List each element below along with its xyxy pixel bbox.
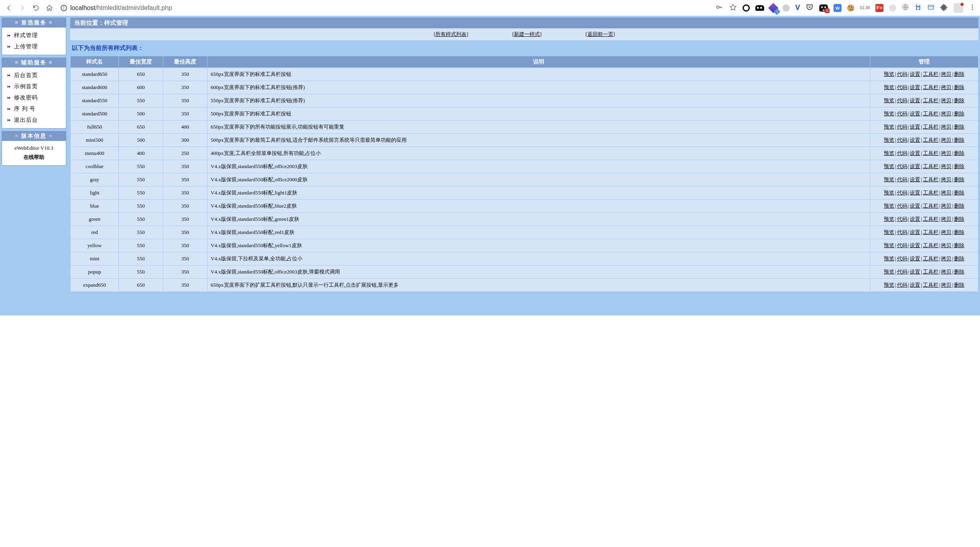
code-link[interactable]: 代码	[897, 242, 907, 248]
copy-link[interactable]: 拷贝	[941, 269, 951, 275]
code-link[interactable]: 代码	[897, 229, 907, 235]
delete-link[interactable]: 删除	[954, 163, 964, 169]
toolbar-link[interactable]: 工具栏	[923, 97, 939, 103]
preview-link[interactable]: 预览	[884, 124, 894, 130]
link-go-back[interactable]: [返回前一页]	[585, 31, 615, 38]
copy-link[interactable]: 拷贝	[941, 150, 951, 156]
delete-link[interactable]: 删除	[954, 229, 964, 235]
delete-link[interactable]: 删除	[954, 137, 964, 143]
copy-link[interactable]: 拷贝	[941, 282, 951, 288]
delete-link[interactable]: 删除	[954, 71, 964, 77]
ext-fe-icon[interactable]: F≡	[875, 4, 883, 12]
toolbar-link[interactable]: 工具栏	[923, 84, 939, 90]
settings-link[interactable]: 设置	[910, 84, 920, 90]
copy-link[interactable]: 拷贝	[941, 71, 951, 77]
copy-link[interactable]: 拷贝	[941, 229, 951, 235]
sidebar-item-demo-home[interactable]: 示例首页	[2, 81, 66, 92]
preview-link[interactable]: 预览	[884, 176, 894, 182]
sidebar-item-admin-home[interactable]: 后台首页	[2, 70, 66, 81]
delete-link[interactable]: 删除	[954, 242, 964, 248]
settings-link[interactable]: 设置	[910, 242, 920, 248]
delete-link[interactable]: 删除	[954, 124, 964, 130]
settings-link[interactable]: 设置	[910, 229, 920, 235]
address-bar[interactable]: i localhost/htmledit/admin/default.php	[61, 4, 172, 12]
copy-link[interactable]: 拷贝	[941, 256, 951, 262]
preview-link[interactable]: 预览	[884, 111, 894, 117]
preview-link[interactable]: 预览	[884, 150, 894, 156]
sidebar-item-serial[interactable]: 序 列 号	[2, 103, 66, 115]
ext-cookie-icon[interactable]	[847, 4, 854, 12]
preview-link[interactable]: 预览	[884, 163, 894, 169]
copy-link[interactable]: 拷贝	[941, 176, 951, 182]
ext-gray-icon[interactable]	[889, 4, 896, 12]
settings-link[interactable]: 设置	[910, 216, 920, 222]
code-link[interactable]: 代码	[897, 216, 907, 222]
delete-link[interactable]: 删除	[954, 84, 964, 90]
delete-link[interactable]: 删除	[954, 150, 964, 156]
copy-link[interactable]: 拷贝	[941, 190, 951, 196]
ext-faded-icon[interactable]	[782, 4, 790, 12]
settings-link[interactable]: 设置	[910, 150, 920, 156]
copy-link[interactable]: 拷贝	[941, 242, 951, 248]
toolbar-link[interactable]: 工具栏	[923, 163, 939, 169]
code-link[interactable]: 代码	[897, 190, 907, 196]
preview-link[interactable]: 预览	[884, 71, 894, 77]
code-link[interactable]: 代码	[897, 71, 907, 77]
code-link[interactable]: 代码	[897, 124, 907, 130]
code-link[interactable]: 代码	[897, 84, 907, 90]
extensions-icon[interactable]	[940, 3, 948, 13]
sidebar-item-upload-manage[interactable]: 上传管理	[2, 41, 66, 52]
settings-link[interactable]: 设置	[910, 97, 920, 103]
settings-link[interactable]: 设置	[910, 203, 920, 209]
ext-incognito-icon[interactable]	[755, 5, 764, 11]
copy-link[interactable]: 拷贝	[941, 203, 951, 209]
password-key-icon[interactable]	[715, 4, 723, 12]
toolbar-link[interactable]: 工具栏	[923, 150, 939, 156]
link-new-style[interactable]: [新建一样式]	[512, 31, 542, 38]
toolbar-link[interactable]: 工具栏	[923, 137, 939, 143]
profile-avatar-icon[interactable]	[954, 3, 963, 13]
settings-link[interactable]: 设置	[910, 111, 920, 117]
ext-dog-icon[interactable]: 3	[819, 4, 828, 12]
code-link[interactable]: 代码	[897, 176, 907, 182]
toolbar-link[interactable]: 工具栏	[923, 216, 939, 222]
ext-time-icon[interactable]: 01:38	[860, 6, 870, 10]
preview-link[interactable]: 预览	[884, 97, 894, 103]
nav-back-button[interactable]	[4, 3, 14, 13]
settings-link[interactable]: 设置	[910, 124, 920, 130]
toolbar-link[interactable]: 工具栏	[923, 203, 939, 209]
preview-link[interactable]: 预览	[884, 242, 894, 248]
code-link[interactable]: 代码	[897, 163, 907, 169]
code-link[interactable]: 代码	[897, 282, 907, 288]
ext-save-icon[interactable]	[915, 4, 922, 12]
ext-diamond-icon[interactable]: 2	[770, 4, 777, 12]
code-link[interactable]: 代码	[897, 150, 907, 156]
toolbar-link[interactable]: 工具栏	[923, 71, 939, 77]
online-help-link[interactable]: 在线帮助	[2, 153, 66, 162]
copy-link[interactable]: 拷贝	[941, 216, 951, 222]
sidebar-item-logout[interactable]: 退出后台	[2, 115, 66, 126]
toolbar-link[interactable]: 工具栏	[923, 256, 939, 262]
preview-link[interactable]: 预览	[884, 84, 894, 90]
settings-link[interactable]: 设置	[910, 256, 920, 262]
delete-link[interactable]: 删除	[954, 216, 964, 222]
toolbar-link[interactable]: 工具栏	[923, 111, 939, 117]
code-link[interactable]: 代码	[897, 256, 907, 262]
ext-earth-icon[interactable]	[902, 4, 909, 12]
delete-link[interactable]: 删除	[954, 256, 964, 262]
link-all-styles[interactable]: [所有样式列表]	[434, 31, 468, 38]
settings-link[interactable]: 设置	[910, 190, 920, 196]
delete-link[interactable]: 删除	[954, 97, 964, 103]
bookmark-star-icon[interactable]	[729, 3, 737, 13]
code-link[interactable]: 代码	[897, 137, 907, 143]
ext-v-icon[interactable]: V	[795, 4, 800, 12]
preview-link[interactable]: 预览	[884, 229, 894, 235]
sidebar-item-change-pw[interactable]: 修改密码	[2, 92, 66, 103]
browser-menu-icon[interactable]	[969, 4, 976, 12]
code-link[interactable]: 代码	[897, 203, 907, 209]
toolbar-link[interactable]: 工具栏	[923, 229, 939, 235]
settings-link[interactable]: 设置	[910, 176, 920, 182]
settings-link[interactable]: 设置	[910, 269, 920, 275]
preview-link[interactable]: 预览	[884, 216, 894, 222]
nav-home-button[interactable]	[45, 3, 54, 13]
